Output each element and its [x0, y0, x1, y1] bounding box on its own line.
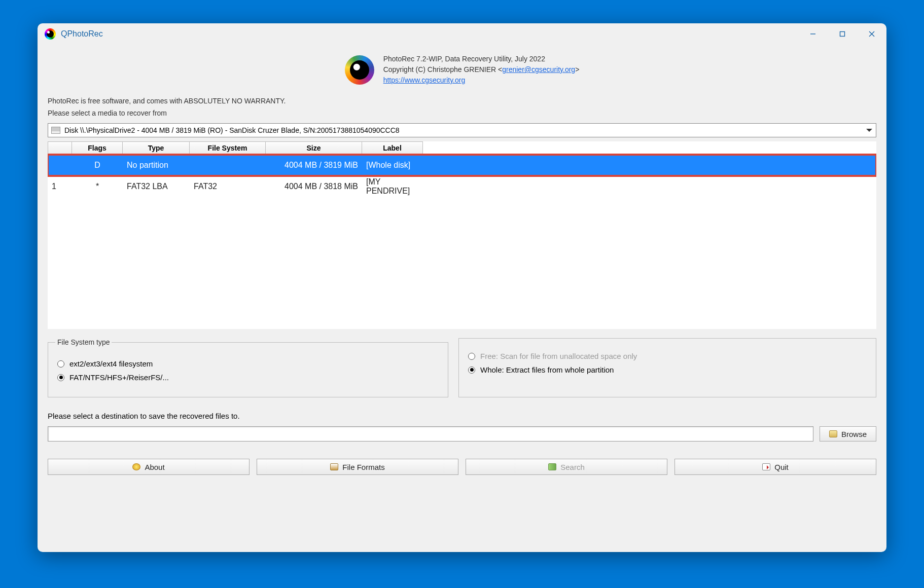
cell-idx: [48, 155, 72, 176]
radio-icon: [468, 353, 475, 360]
radio-free-label: Free: Scan for file from unallocated spa…: [480, 352, 637, 360]
version-line: PhotoRec 7.2-WIP, Data Recovery Utility,…: [383, 54, 580, 64]
cell-size: 4004 MB / 3819 MiB: [266, 155, 362, 176]
cell-idx: 1: [48, 176, 72, 197]
th-filesystem[interactable]: File System: [190, 141, 266, 155]
quit-button[interactable]: Quit: [674, 459, 876, 475]
cell-label: [MY PENDRIVE]: [362, 176, 423, 197]
copyright-line: Copyright (C) Christophe GRENIER <grenie…: [383, 64, 580, 75]
file-icon: [330, 463, 338, 470]
th-label[interactable]: Label: [362, 141, 423, 155]
radio-icon: [57, 360, 64, 368]
disk-icon: [51, 127, 60, 134]
cell-size: 4004 MB / 3818 MiB: [266, 176, 362, 197]
radio-fat[interactable]: FAT/NTFS/HFS+/ReiserFS/...: [57, 373, 439, 382]
folder-icon: [829, 430, 837, 437]
radio-ext[interactable]: ext2/ext3/ext4 filesystem: [57, 359, 439, 368]
svg-rect-1: [840, 32, 845, 36]
app-window: QPhotoRec PhotoRec 7.2-WIP, Data Recover…: [38, 23, 886, 552]
header-text: PhotoRec 7.2-WIP, Data Recovery Utility,…: [383, 54, 580, 86]
table-row[interactable]: 1*FAT32 LBAFAT324004 MB / 3818 MiB[MY PE…: [48, 176, 876, 197]
option-groups: File System type ext2/ext3/ext4 filesyst…: [48, 338, 876, 397]
minimize-icon: [809, 30, 816, 38]
photorec-logo-icon: [345, 55, 374, 85]
search-icon: [548, 463, 556, 470]
select-media-label: Please select a media to recover from: [48, 109, 876, 117]
email-link[interactable]: grenier@cgsecurity.org: [502, 65, 575, 74]
th-type[interactable]: Type: [123, 141, 190, 155]
radio-icon: [57, 374, 64, 381]
cell-flags: *: [72, 176, 123, 197]
maximize-icon: [839, 30, 846, 38]
maximize-button[interactable]: [828, 23, 857, 45]
radio-free[interactable]: Free: Scan for file from unallocated spa…: [468, 352, 867, 360]
radio-icon: [468, 366, 475, 374]
table-body: DNo partition4004 MB / 3819 MiB[Whole di…: [48, 155, 876, 197]
browse-button[interactable]: Browse: [820, 426, 876, 442]
window-title: QPhotoRec: [61, 29, 103, 39]
cell-label: [Whole disk]: [362, 155, 423, 176]
media-dropdown[interactable]: Disk \\.\PhysicalDrive2 - 4004 MB / 3819…: [48, 123, 876, 137]
destination-label: Please select a destination to save the …: [48, 412, 876, 420]
cell-fs: [190, 155, 266, 176]
cell-type: No partition: [123, 155, 190, 176]
radio-ext-label: ext2/ext3/ext4 filesystem: [69, 359, 153, 368]
radio-whole[interactable]: Whole: Extract files from whole partitio…: [468, 365, 867, 374]
scan-mode-group: Free: Scan for file from unallocated spa…: [458, 338, 876, 397]
app-header: PhotoRec 7.2-WIP, Data Recovery Utility,…: [48, 54, 876, 86]
chevron-down-icon: [864, 125, 875, 136]
star-icon: [132, 463, 140, 470]
th-index[interactable]: [48, 141, 72, 155]
table-row[interactable]: DNo partition4004 MB / 3819 MiB[Whole di…: [48, 155, 876, 176]
search-button[interactable]: Search: [466, 459, 667, 475]
exit-icon: [762, 463, 770, 470]
radio-fat-label: FAT/NTFS/HFS+/ReiserFS/...: [69, 373, 169, 382]
website-link[interactable]: https://www.cgsecurity.org: [383, 76, 466, 84]
content-area: PhotoRec 7.2-WIP, Data Recovery Utility,…: [38, 45, 886, 552]
close-button[interactable]: [857, 23, 886, 45]
titlebar[interactable]: QPhotoRec: [38, 23, 886, 45]
close-icon: [868, 30, 875, 38]
minimize-button[interactable]: [798, 23, 828, 45]
th-size[interactable]: Size: [266, 141, 362, 155]
destination-input[interactable]: [48, 426, 813, 442]
partition-table: Flags Type File System Size Label DNo pa…: [48, 141, 876, 329]
file-formats-button[interactable]: File Formats: [257, 459, 458, 475]
th-flags[interactable]: Flags: [72, 141, 123, 155]
destination-row: Browse: [48, 426, 876, 442]
warranty-note: PhotoRec is free software, and comes wit…: [48, 97, 876, 105]
bottom-button-row: About File Formats Search Quit: [48, 459, 876, 475]
filesystem-type-group: File System type ext2/ext3/ext4 filesyst…: [48, 338, 448, 397]
cell-type: FAT32 LBA: [123, 176, 190, 197]
table-header: Flags Type File System Size Label: [48, 141, 876, 155]
fs-legend: File System type: [55, 338, 112, 346]
app-icon: [45, 28, 56, 40]
cell-fs: FAT32: [190, 176, 266, 197]
about-button[interactable]: About: [48, 459, 250, 475]
radio-whole-label: Whole: Extract files from whole partitio…: [480, 365, 614, 374]
cell-flags: D: [72, 155, 123, 176]
dropdown-value: Disk \\.\PhysicalDrive2 - 4004 MB / 3819…: [64, 126, 400, 134]
